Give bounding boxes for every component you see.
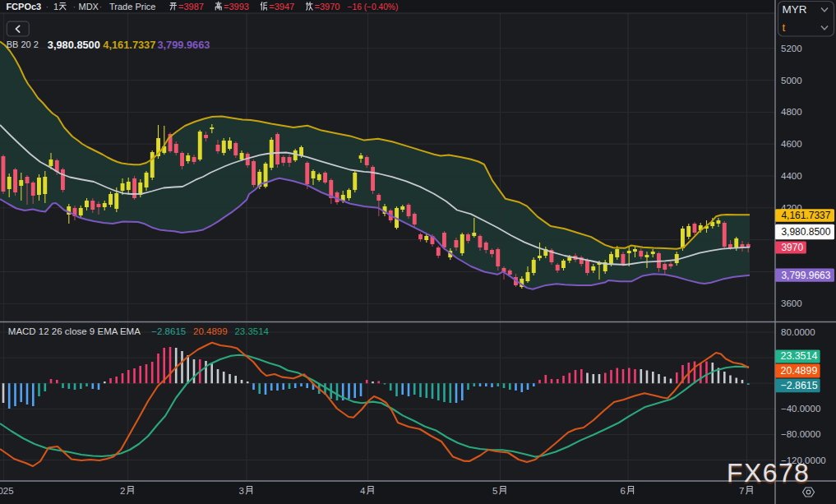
- svg-text:Trade Price: Trade Price: [109, 2, 155, 12]
- svg-text:·: ·: [46, 2, 49, 12]
- svg-text:−2.8615: −2.8615: [781, 380, 818, 391]
- svg-text:20.4899: 20.4899: [193, 326, 228, 336]
- svg-text:=3993: =3993: [224, 2, 249, 12]
- svg-text:3,799.9663: 3,799.9663: [157, 39, 210, 51]
- svg-text:7: 7: [739, 486, 744, 496]
- svg-text:FCPOc3: FCPOc3: [6, 2, 41, 12]
- svg-text:3,980.8500: 3,980.8500: [781, 226, 830, 238]
- svg-text:3,799.9663: 3,799.9663: [781, 270, 830, 281]
- svg-text:FX678: FX678: [727, 458, 810, 488]
- svg-text:23.3514: 23.3514: [234, 326, 269, 336]
- svg-text:4600: 4600: [781, 139, 802, 149]
- svg-text:=3987: =3987: [178, 2, 204, 12]
- svg-text:−16 (−0.40%): −16 (−0.40%): [348, 2, 399, 12]
- svg-text:23.3514: 23.3514: [781, 350, 818, 362]
- svg-text:4,161.7337: 4,161.7337: [781, 210, 830, 221]
- svg-text:·: ·: [99, 2, 103, 12]
- svg-text:·: ·: [73, 2, 76, 12]
- svg-text:20.4899: 20.4899: [781, 365, 818, 377]
- svg-text:−2.8615: −2.8615: [151, 326, 186, 336]
- svg-text:BB 20 2: BB 20 2: [7, 39, 39, 49]
- svg-text:3: 3: [239, 486, 244, 496]
- svg-text:MYR: MYR: [783, 3, 807, 16]
- svg-text:5200: 5200: [781, 44, 802, 53]
- svg-text:2025: 2025: [0, 486, 14, 496]
- svg-text:4,161.7337: 4,161.7337: [103, 39, 155, 51]
- svg-text:−40.0000: −40.0000: [781, 404, 820, 414]
- svg-text:MACD 12 26 close 9 EMA EMA: MACD 12 26 close 9 EMA EMA: [8, 326, 141, 336]
- svg-text:4400: 4400: [781, 171, 802, 181]
- svg-text:=3947: =3947: [269, 2, 294, 12]
- svg-text:1: 1: [53, 2, 58, 12]
- svg-text:=3970: =3970: [315, 2, 340, 12]
- svg-text:5000: 5000: [781, 76, 802, 86]
- svg-text:3,980.8500: 3,980.8500: [48, 39, 100, 51]
- svg-text:MDX: MDX: [79, 2, 99, 12]
- svg-text:2: 2: [120, 486, 125, 496]
- svg-text:4: 4: [360, 486, 366, 496]
- svg-text:5: 5: [492, 486, 497, 496]
- svg-text:80.0000: 80.0000: [781, 327, 815, 337]
- svg-text:−80.0000: −80.0000: [781, 429, 820, 439]
- svg-text:3600: 3600: [781, 298, 802, 308]
- svg-text:4800: 4800: [781, 107, 802, 117]
- svg-text:6: 6: [621, 486, 626, 496]
- svg-text:3970: 3970: [781, 242, 803, 253]
- svg-text:t: t: [783, 21, 786, 34]
